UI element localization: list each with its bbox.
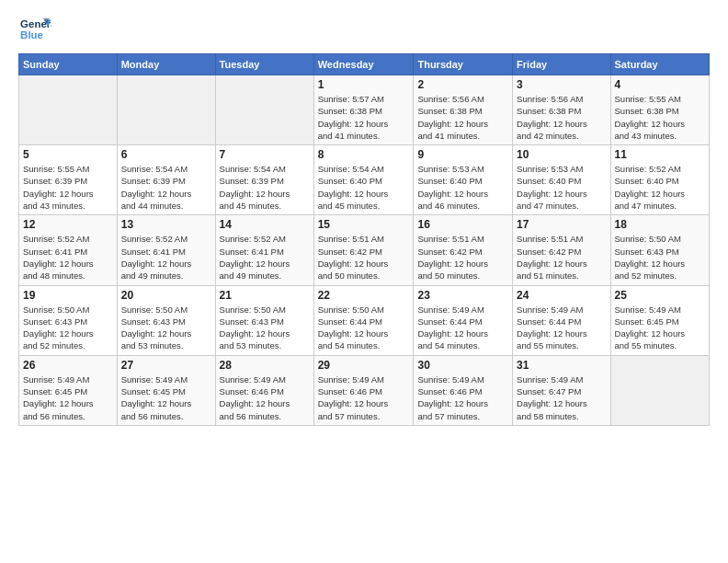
day-info: Sunrise: 5:57 AMSunset: 6:38 PMDaylight:…	[318, 93, 410, 142]
day-number: 25	[615, 289, 705, 302]
day-info: Sunrise: 5:50 AMSunset: 6:43 PMDaylight:…	[220, 304, 310, 352]
day-info: Sunrise: 5:49 AMSunset: 6:44 PMDaylight:…	[517, 304, 606, 352]
day-number: 14	[220, 218, 310, 231]
day-number: 9	[417, 148, 508, 161]
day-number: 8	[318, 148, 410, 161]
day-number: 28	[220, 359, 310, 372]
day-info: Sunrise: 5:49 AMSunset: 6:44 PMDaylight:…	[417, 304, 508, 352]
calendar-cell: 15Sunrise: 5:51 AMSunset: 6:42 PMDayligh…	[313, 215, 414, 285]
day-info: Sunrise: 5:51 AMSunset: 6:42 PMDaylight:…	[318, 233, 410, 282]
calendar-cell: 5Sunrise: 5:55 AMSunset: 6:39 PMDaylight…	[19, 145, 118, 215]
day-info: Sunrise: 5:52 AMSunset: 6:41 PMDaylight:…	[121, 233, 211, 282]
calendar-cell: 31Sunrise: 5:49 AMSunset: 6:47 PMDayligh…	[513, 355, 610, 425]
logo-icon: General Blue	[18, 17, 51, 44]
day-info: Sunrise: 5:54 AMSunset: 6:40 PMDaylight:…	[318, 163, 410, 212]
day-number: 26	[23, 359, 113, 372]
header-row: SundayMondayTuesdayWednesdayThursdayFrid…	[19, 54, 710, 75]
day-info: Sunrise: 5:53 AMSunset: 6:40 PMDaylight:…	[417, 163, 508, 212]
calendar-cell: 12Sunrise: 5:52 AMSunset: 6:41 PMDayligh…	[19, 215, 118, 285]
calendar-cell: 9Sunrise: 5:53 AMSunset: 6:40 PMDaylight…	[414, 145, 513, 215]
day-number: 31	[517, 359, 606, 372]
day-info: Sunrise: 5:49 AMSunset: 6:45 PMDaylight:…	[23, 373, 113, 422]
day-info: Sunrise: 5:50 AMSunset: 6:43 PMDaylight:…	[23, 304, 113, 352]
day-info: Sunrise: 5:49 AMSunset: 6:46 PMDaylight:…	[220, 373, 310, 422]
calendar-cell: 24Sunrise: 5:49 AMSunset: 6:44 PMDayligh…	[513, 285, 610, 355]
day-info: Sunrise: 5:49 AMSunset: 6:47 PMDaylight:…	[517, 373, 606, 422]
day-number: 5	[23, 148, 113, 161]
day-info: Sunrise: 5:54 AMSunset: 6:39 PMDaylight:…	[220, 163, 310, 212]
day-number: 1	[318, 78, 410, 91]
day-number: 6	[121, 148, 211, 161]
day-info: Sunrise: 5:53 AMSunset: 6:40 PMDaylight:…	[517, 163, 606, 212]
calendar-cell: 28Sunrise: 5:49 AMSunset: 6:46 PMDayligh…	[215, 355, 313, 425]
calendar-cell: 19Sunrise: 5:50 AMSunset: 6:43 PMDayligh…	[19, 285, 118, 355]
header-thursday: Thursday	[414, 54, 513, 75]
calendar-cell: 29Sunrise: 5:49 AMSunset: 6:46 PMDayligh…	[313, 355, 414, 425]
calendar-cell: 25Sunrise: 5:49 AMSunset: 6:45 PMDayligh…	[610, 285, 709, 355]
calendar-cell: 27Sunrise: 5:49 AMSunset: 6:45 PMDayligh…	[117, 355, 215, 425]
day-number: 23	[417, 289, 508, 302]
week-row-1: 1Sunrise: 5:57 AMSunset: 6:38 PMDaylight…	[19, 75, 710, 145]
day-info: Sunrise: 5:56 AMSunset: 6:38 PMDaylight:…	[417, 93, 508, 142]
day-info: Sunrise: 5:52 AMSunset: 6:40 PMDaylight:…	[615, 163, 705, 212]
header-monday: Monday	[117, 54, 215, 75]
page: General Blue SundayMondayTuesdayWednesda…	[0, 0, 728, 563]
calendar-cell: 7Sunrise: 5:54 AMSunset: 6:39 PMDaylight…	[215, 145, 313, 215]
calendar-cell: 10Sunrise: 5:53 AMSunset: 6:40 PMDayligh…	[513, 145, 610, 215]
week-row-2: 5Sunrise: 5:55 AMSunset: 6:39 PMDaylight…	[19, 145, 710, 215]
calendar-cell: 3Sunrise: 5:56 AMSunset: 6:38 PMDaylight…	[513, 75, 610, 145]
day-number: 30	[417, 359, 508, 372]
calendar-table: SundayMondayTuesdayWednesdayThursdayFrid…	[18, 53, 710, 426]
day-info: Sunrise: 5:55 AMSunset: 6:39 PMDaylight:…	[23, 163, 113, 212]
day-number: 2	[417, 78, 508, 91]
day-number: 18	[615, 218, 705, 231]
logo: General Blue	[18, 17, 51, 44]
day-info: Sunrise: 5:49 AMSunset: 6:45 PMDaylight:…	[615, 304, 705, 352]
header-tuesday: Tuesday	[215, 54, 313, 75]
calendar-cell: 11Sunrise: 5:52 AMSunset: 6:40 PMDayligh…	[610, 145, 709, 215]
calendar-cell: 2Sunrise: 5:56 AMSunset: 6:38 PMDaylight…	[414, 75, 513, 145]
day-number: 27	[121, 359, 211, 372]
day-info: Sunrise: 5:55 AMSunset: 6:38 PMDaylight:…	[615, 93, 705, 142]
week-row-4: 19Sunrise: 5:50 AMSunset: 6:43 PMDayligh…	[19, 285, 710, 355]
day-number: 17	[517, 218, 606, 231]
day-number: 13	[121, 218, 211, 231]
day-number: 21	[220, 289, 310, 302]
calendar-cell: 17Sunrise: 5:51 AMSunset: 6:42 PMDayligh…	[513, 215, 610, 285]
day-number: 10	[517, 148, 606, 161]
calendar-cell: 18Sunrise: 5:50 AMSunset: 6:43 PMDayligh…	[610, 215, 709, 285]
week-row-5: 26Sunrise: 5:49 AMSunset: 6:45 PMDayligh…	[19, 355, 710, 425]
calendar-cell: 26Sunrise: 5:49 AMSunset: 6:45 PMDayligh…	[19, 355, 118, 425]
day-info: Sunrise: 5:50 AMSunset: 6:43 PMDaylight:…	[121, 304, 211, 352]
day-info: Sunrise: 5:54 AMSunset: 6:39 PMDaylight:…	[121, 163, 211, 212]
day-number: 3	[517, 78, 606, 91]
calendar-cell	[19, 75, 118, 145]
day-number: 7	[220, 148, 310, 161]
day-number: 19	[23, 289, 113, 302]
day-number: 20	[121, 289, 211, 302]
calendar-cell	[610, 355, 709, 425]
calendar-cell: 8Sunrise: 5:54 AMSunset: 6:40 PMDaylight…	[313, 145, 414, 215]
day-info: Sunrise: 5:51 AMSunset: 6:42 PMDaylight:…	[417, 233, 508, 282]
header: General Blue	[18, 17, 710, 44]
day-info: Sunrise: 5:52 AMSunset: 6:41 PMDaylight:…	[220, 233, 310, 282]
day-number: 29	[318, 359, 410, 372]
calendar-cell: 16Sunrise: 5:51 AMSunset: 6:42 PMDayligh…	[414, 215, 513, 285]
day-number: 24	[517, 289, 606, 302]
calendar-cell: 23Sunrise: 5:49 AMSunset: 6:44 PMDayligh…	[414, 285, 513, 355]
header-friday: Friday	[513, 54, 610, 75]
header-wednesday: Wednesday	[313, 54, 414, 75]
day-info: Sunrise: 5:51 AMSunset: 6:42 PMDaylight:…	[517, 233, 606, 282]
calendar-cell: 21Sunrise: 5:50 AMSunset: 6:43 PMDayligh…	[215, 285, 313, 355]
day-info: Sunrise: 5:49 AMSunset: 6:46 PMDaylight:…	[417, 373, 508, 422]
day-number: 16	[417, 218, 508, 231]
calendar-cell: 4Sunrise: 5:55 AMSunset: 6:38 PMDaylight…	[610, 75, 709, 145]
calendar-cell	[215, 75, 313, 145]
calendar-cell: 20Sunrise: 5:50 AMSunset: 6:43 PMDayligh…	[117, 285, 215, 355]
header-sunday: Sunday	[19, 54, 118, 75]
day-number: 11	[615, 148, 705, 161]
calendar-cell: 22Sunrise: 5:50 AMSunset: 6:44 PMDayligh…	[313, 285, 414, 355]
calendar-cell: 30Sunrise: 5:49 AMSunset: 6:46 PMDayligh…	[414, 355, 513, 425]
day-info: Sunrise: 5:49 AMSunset: 6:46 PMDaylight:…	[318, 373, 410, 422]
day-number: 4	[615, 78, 705, 91]
